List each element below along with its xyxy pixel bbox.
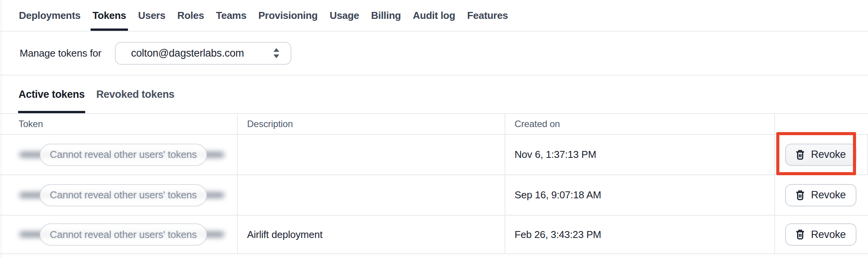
token-cell: Cannot reveal other users' tokens bbox=[0, 135, 238, 174]
tab-provisioning[interactable]: Provisioning bbox=[258, 0, 318, 31]
trash-icon bbox=[794, 149, 806, 161]
revoke-button[interactable]: Revoke bbox=[785, 184, 856, 206]
blurred-token: Cannot reveal other users' tokens bbox=[19, 143, 227, 166]
tab-teams[interactable]: Teams bbox=[216, 0, 246, 31]
trash-icon bbox=[794, 189, 806, 201]
revoke-button-label: Revoke bbox=[811, 149, 846, 161]
double-caret-vertical-icon bbox=[272, 47, 281, 59]
action-cell: Revoke bbox=[775, 175, 868, 215]
token-hidden-pill: Cannot reveal other users' tokens bbox=[40, 144, 207, 166]
tab-billing[interactable]: Billing bbox=[371, 0, 401, 31]
header-description: Description bbox=[238, 114, 505, 134]
header-token: Token bbox=[0, 114, 238, 134]
token-state-tabs: Active tokens Revoked tokens bbox=[0, 75, 868, 114]
manage-tokens-label: Manage tokens for bbox=[20, 47, 101, 59]
settings-tab-bar: Deployments Tokens Users Roles Teams Pro… bbox=[0, 0, 868, 32]
token-cell: Cannot reveal other users' tokens bbox=[0, 216, 238, 253]
user-select-value: colton@dagsterlabs.com bbox=[131, 47, 272, 59]
tab-deployments[interactable]: Deployments bbox=[19, 0, 81, 31]
token-hidden-pill: Cannot reveal other users' tokens bbox=[40, 184, 207, 206]
token-cell: Cannot reveal other users' tokens bbox=[0, 175, 238, 215]
tab-tokens[interactable]: Tokens bbox=[93, 0, 126, 31]
tab-revoked-tokens[interactable]: Revoked tokens bbox=[96, 75, 175, 113]
action-cell: Revoke bbox=[775, 135, 868, 174]
table-row: Cannot reveal other users' tokens Nov 6,… bbox=[0, 135, 868, 175]
description-cell bbox=[238, 135, 505, 174]
trash-icon bbox=[794, 229, 806, 240]
blurred-token: Cannot reveal other users' tokens bbox=[19, 223, 227, 246]
tab-users[interactable]: Users bbox=[138, 0, 165, 31]
user-select[interactable]: colton@dagsterlabs.com bbox=[115, 42, 291, 65]
revoke-button-label: Revoke bbox=[811, 189, 846, 201]
token-hidden-pill: Cannot reveal other users' tokens bbox=[40, 223, 207, 246]
description-cell bbox=[238, 175, 505, 215]
tab-features[interactable]: Features bbox=[467, 0, 508, 31]
tokens-table-header: Token Description Created on bbox=[0, 114, 868, 135]
tab-active-tokens[interactable]: Active tokens bbox=[19, 75, 85, 113]
revoke-button[interactable]: Revoke bbox=[785, 144, 856, 166]
table-row: Cannot reveal other users' tokens Sep 16… bbox=[0, 175, 868, 216]
blurred-token: Cannot reveal other users' tokens bbox=[19, 184, 227, 207]
tokens-settings-page: Deployments Tokens Users Roles Teams Pro… bbox=[0, 0, 868, 258]
header-created-on: Created on bbox=[505, 114, 775, 134]
description-cell: Airlift deployment bbox=[238, 216, 505, 253]
created-on-cell: Nov 6, 1:37:13 PM bbox=[505, 135, 775, 174]
created-on-cell: Feb 26, 3:43:23 PM bbox=[505, 216, 775, 253]
revoke-button-label: Revoke bbox=[811, 229, 846, 241]
tab-usage[interactable]: Usage bbox=[330, 0, 359, 31]
action-cell: Revoke bbox=[775, 216, 868, 253]
tab-audit-log[interactable]: Audit log bbox=[413, 0, 455, 31]
revoke-button[interactable]: Revoke bbox=[785, 223, 856, 246]
manage-tokens-row: Manage tokens for colton@dagsterlabs.com bbox=[0, 32, 868, 75]
header-actions bbox=[775, 114, 868, 134]
tab-roles[interactable]: Roles bbox=[177, 0, 204, 31]
table-row: Cannot reveal other users' tokens Airlif… bbox=[0, 216, 868, 254]
created-on-cell: Sep 16, 9:07:18 AM bbox=[505, 175, 775, 215]
